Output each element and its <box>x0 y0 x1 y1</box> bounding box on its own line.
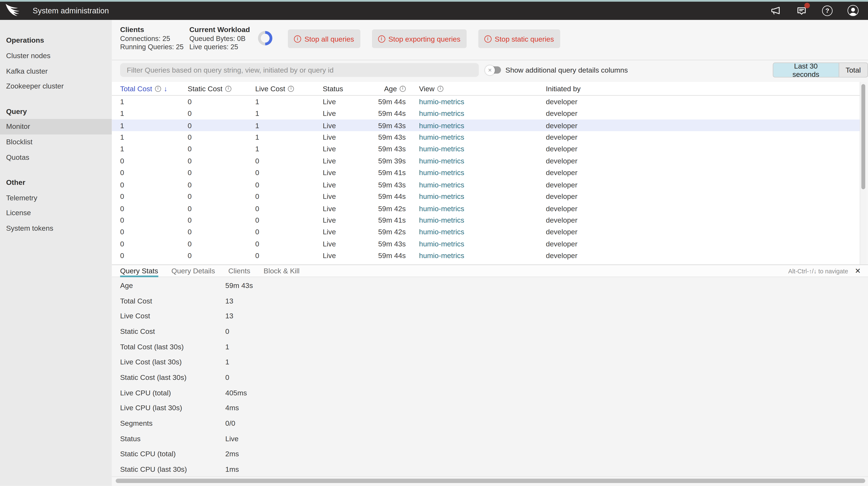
cell-static-cost: 0 <box>188 168 192 177</box>
sidebar-item-label: Other <box>6 178 25 186</box>
cell-age: 59m 42s <box>359 204 406 213</box>
view-link[interactable]: humio-metrics <box>419 121 464 129</box>
table-row[interactable]: 0 0 0 Live 59m 44s humio-metrics develop… <box>112 191 860 202</box>
detail-row: Static Cost (last 30s) 0 <box>112 370 868 385</box>
sidebar-item[interactable]: License <box>0 205 112 221</box>
detail-value: 0 <box>225 327 229 335</box>
detail-label: Static CPU (last 30s) <box>120 465 187 474</box>
stop-queries-button[interactable]: i Stop static queries <box>478 29 560 48</box>
sidebar-item[interactable]: Quotas <box>0 150 112 165</box>
table-row[interactable]: 0 0 0 Live 59m 41s humio-metrics develop… <box>112 167 860 179</box>
info-icon: i <box>155 86 161 92</box>
details-tab[interactable]: Query Stats <box>120 265 158 277</box>
table-row[interactable]: 0 0 0 Live 59m 42s humio-metrics develop… <box>112 226 860 238</box>
view-link[interactable]: humio-metrics <box>419 228 464 236</box>
stop-queries-button[interactable]: i Stop exporting queries <box>372 29 466 48</box>
table-row[interactable]: 1 0 1 Live 59m 43s humio-metrics develop… <box>112 131 860 143</box>
view-link[interactable]: humio-metrics <box>419 109 464 118</box>
detail-label: Age <box>120 281 133 289</box>
column-header-age[interactable]: Age i <box>359 82 406 95</box>
detail-row: Total Cost 13 <box>112 293 868 309</box>
notification-dot <box>804 3 810 8</box>
column-header-view[interactable]: View i <box>419 82 443 95</box>
info-icon: i <box>400 86 406 92</box>
sidebar-item-label: Cluster nodes <box>6 52 51 60</box>
view-link[interactable]: humio-metrics <box>419 240 464 248</box>
table-vertical-scrollbar[interactable] <box>860 82 866 264</box>
column-header-static-cost[interactable]: Static Cost i <box>188 82 231 95</box>
cell-static-cost: 0 <box>188 228 192 236</box>
user-avatar-icon[interactable] <box>848 5 859 16</box>
cell-total-cost: 1 <box>120 133 124 141</box>
sidebar-item[interactable]: Monitor <box>0 119 112 134</box>
details-tab[interactable]: Query Details <box>172 265 215 277</box>
stop-button-label: Stop static queries <box>495 35 554 43</box>
sidebar-item[interactable]: System tokens <box>0 221 112 236</box>
details-tab[interactable]: Clients <box>228 265 250 277</box>
sidebar-item-label: Zookeeper cluster <box>6 82 64 90</box>
detail-label: Static CPU (total) <box>120 450 176 458</box>
filter-input[interactable] <box>120 63 479 77</box>
view-link[interactable]: humio-metrics <box>419 252 464 260</box>
view-link[interactable]: humio-metrics <box>419 168 464 177</box>
sidebar-item-label: Kafka cluster <box>6 67 48 75</box>
table-row[interactable]: 0 0 0 Live 59m 41s humio-metrics develop… <box>112 214 860 226</box>
table-row[interactable]: 1 0 1 Live 59m 43s humio-metrics develop… <box>112 143 860 155</box>
help-icon[interactable]: ? <box>822 5 833 16</box>
vertical-scrollbar-thumb[interactable] <box>861 84 865 189</box>
table-row[interactable]: 1 0 1 Live 59m 44s humio-metrics develop… <box>112 107 860 120</box>
table-row[interactable]: 0 0 0 Live 59m 42s humio-metrics develop… <box>112 202 860 214</box>
view-link[interactable]: humio-metrics <box>419 145 464 153</box>
table-row[interactable]: 0 0 0 Live 59m 43s humio-metrics develop… <box>112 179 860 191</box>
table-row[interactable]: 0 0 0 Live 59m 44s humio-metrics develop… <box>112 250 860 262</box>
close-icon[interactable]: ✕ <box>855 267 861 275</box>
falcon-logo-icon[interactable] <box>5 3 24 18</box>
view-link[interactable]: humio-metrics <box>419 204 464 213</box>
view-link[interactable]: humio-metrics <box>419 157 464 165</box>
chat-icon[interactable] <box>796 5 807 16</box>
clients-connections: Connections: 25 <box>120 35 184 43</box>
column-header-initiated-by[interactable]: Initiated by <box>546 82 581 95</box>
table-row[interactable]: 1 0 1 Live 59m 44s humio-metrics develop… <box>112 96 860 107</box>
column-header-live-cost[interactable]: Live Cost i <box>255 82 294 95</box>
table-row[interactable]: 0 0 0 Live 59m 43s humio-metrics develop… <box>112 238 860 250</box>
cell-total-cost: 0 <box>120 181 124 189</box>
cell-status: Live <box>323 240 336 248</box>
cell-status: Live <box>323 168 336 177</box>
sidebar-item[interactable]: Kafka cluster <box>0 63 112 78</box>
detail-row: Live CPU (last 30s) 4ms <box>112 400 868 416</box>
view-link[interactable]: humio-metrics <box>419 181 464 189</box>
sidebar-item-label: Telemetry <box>6 193 37 202</box>
view-link[interactable]: humio-metrics <box>419 97 464 106</box>
sidebar-item[interactable]: Blocklist <box>0 134 112 150</box>
sidebar-item[interactable]: Cluster nodes <box>0 48 112 63</box>
details-tab[interactable]: Block & Kill <box>264 265 300 277</box>
stop-queries-button[interactable]: i Stop all queries <box>288 29 360 48</box>
column-header-total-cost[interactable]: Total Cost i ↓ <box>120 82 167 95</box>
sidebar-item[interactable]: Telemetry <box>0 190 112 205</box>
cell-static-cost: 0 <box>188 109 192 118</box>
table-row[interactable]: 0 0 0 Live 59m 39s humio-metrics develop… <box>112 155 860 167</box>
range-button[interactable]: Total <box>838 63 868 77</box>
view-link[interactable]: humio-metrics <box>419 133 464 141</box>
column-header-status[interactable]: Status <box>323 82 343 95</box>
cell-age: 59m 39s <box>359 157 406 165</box>
cell-age: 59m 43s <box>359 133 406 141</box>
detail-value: 0/0 <box>225 419 235 427</box>
sidebar-item[interactable]: Zookeeper cluster <box>0 78 112 94</box>
view-link[interactable]: humio-metrics <box>419 216 464 224</box>
cell-initiated-by: developer <box>546 252 578 260</box>
columns-toggle[interactable]: ✕ <box>486 66 501 74</box>
cell-static-cost: 0 <box>188 133 192 141</box>
detail-label: Total Cost (last 30s) <box>120 343 184 351</box>
megaphone-icon[interactable] <box>770 5 781 16</box>
workload-live-queries: Live queries: 25 <box>189 43 250 52</box>
detail-value: 0 <box>225 373 229 381</box>
range-button[interactable]: Last 30 seconds <box>773 63 838 77</box>
view-link[interactable]: humio-metrics <box>419 192 464 200</box>
table-row[interactable]: 1 0 1 Live 59m 43s humio-metrics develop… <box>112 120 860 131</box>
horizontal-scrollbar-thumb[interactable] <box>116 479 865 483</box>
detail-value: 405ms <box>225 389 247 397</box>
info-icon: i <box>378 35 385 42</box>
cell-status: Live <box>323 121 336 129</box>
